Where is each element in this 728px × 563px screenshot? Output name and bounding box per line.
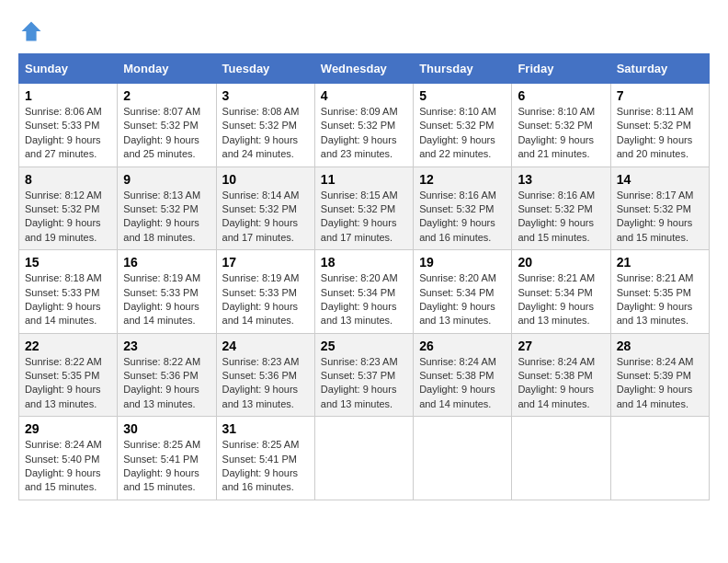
day-number: 12 [419,172,506,187]
day-number: 23 [123,339,210,353]
day-number: 26 [419,339,506,353]
daylight-label: Daylight: 9 hours and 21 minutes. [518,134,594,159]
calendar-week-row: 15 Sunrise: 8:18 AM Sunset: 5:33 PM Dayl… [19,250,710,334]
day-info: Sunrise: 8:24 AM Sunset: 5:38 PM Dayligh… [419,355,506,412]
day-info: Sunrise: 8:16 AM Sunset: 5:32 PM Dayligh… [419,189,506,246]
day-number: 15 [25,255,111,270]
day-number: 9 [123,172,210,187]
calendar-week-row: 1 Sunrise: 8:06 AM Sunset: 5:33 PM Dayli… [19,84,710,167]
daylight-label: Daylight: 9 hours and 13 minutes. [222,384,299,408]
calendar-cell: 28 Sunrise: 8:24 AM Sunset: 5:39 PM Dayl… [610,333,709,417]
sunset-label: Sunset: 5:37 PM [321,370,395,381]
sunset-label: Sunset: 5:41 PM [123,454,198,465]
sunset-label: Sunset: 5:32 PM [321,120,395,131]
sunrise-label: Sunrise: 8:06 AM [25,106,102,117]
sunrise-label: Sunrise: 8:15 AM [321,190,398,201]
day-info: Sunrise: 8:24 AM Sunset: 5:38 PM Dayligh… [518,355,604,412]
day-info: Sunrise: 8:18 AM Sunset: 5:33 PM Dayligh… [25,271,111,328]
sunset-label: Sunset: 5:39 PM [617,370,691,381]
day-info: Sunrise: 8:24 AM Sunset: 5:40 PM Dayligh… [25,438,111,495]
sunrise-label: Sunrise: 8:12 AM [25,190,102,201]
day-number: 4 [321,88,407,103]
sunset-label: Sunset: 5:32 PM [123,203,198,214]
daylight-label: Daylight: 9 hours and 13 minutes. [123,384,199,408]
daylight-label: Daylight: 9 hours and 15 minutes. [123,467,199,492]
calendar-cell: 10 Sunrise: 8:14 AM Sunset: 5:32 PM Dayl… [216,167,314,250]
calendar-cell: 25 Sunrise: 8:23 AM Sunset: 5:37 PM Dayl… [314,333,413,417]
calendar-cell [414,417,512,500]
daylight-label: Daylight: 9 hours and 13 minutes. [617,301,693,326]
sunrise-label: Sunrise: 8:09 AM [321,106,398,117]
calendar-cell: 15 Sunrise: 8:18 AM Sunset: 5:33 PM Dayl… [19,250,118,334]
weekday-header: Tuesday [216,54,314,84]
sunrise-label: Sunrise: 8:25 AM [123,439,200,450]
day-number: 28 [617,339,703,353]
calendar-cell [512,417,610,500]
sunset-label: Sunset: 5:35 PM [617,287,691,298]
svg-marker-0 [22,22,41,41]
sunset-label: Sunset: 5:33 PM [25,120,99,131]
day-info: Sunrise: 8:12 AM Sunset: 5:32 PM Dayligh… [25,189,111,246]
weekday-header: Sunday [19,54,118,84]
weekday-header: Wednesday [314,54,413,84]
day-number: 3 [222,88,309,103]
day-number: 31 [222,421,309,436]
sunrise-label: Sunrise: 8:21 AM [617,272,694,283]
sunset-label: Sunset: 5:34 PM [518,287,592,298]
logo [18,18,48,44]
sunrise-label: Sunrise: 8:14 AM [222,190,300,201]
daylight-label: Daylight: 9 hours and 18 minutes. [123,217,199,242]
sunset-label: Sunset: 5:36 PM [222,370,297,381]
daylight-label: Daylight: 9 hours and 14 minutes. [617,384,693,408]
day-info: Sunrise: 8:23 AM Sunset: 5:37 PM Dayligh… [321,355,407,412]
day-info: Sunrise: 8:06 AM Sunset: 5:33 PM Dayligh… [25,105,111,162]
day-info: Sunrise: 8:20 AM Sunset: 5:34 PM Dayligh… [419,271,506,328]
sunrise-label: Sunrise: 8:22 AM [25,356,102,367]
day-number: 17 [222,255,309,270]
calendar-cell: 2 Sunrise: 8:07 AM Sunset: 5:32 PM Dayli… [118,84,216,167]
day-info: Sunrise: 8:25 AM Sunset: 5:41 PM Dayligh… [123,438,210,495]
calendar-cell [314,417,413,500]
day-info: Sunrise: 8:14 AM Sunset: 5:32 PM Dayligh… [222,189,309,246]
page-header [18,18,710,44]
day-number: 7 [617,88,703,103]
sunrise-label: Sunrise: 8:18 AM [25,272,102,283]
sunset-label: Sunset: 5:32 PM [617,120,691,131]
calendar-header-row: SundayMondayTuesdayWednesdayThursdayFrid… [19,54,710,84]
sunset-label: Sunset: 5:32 PM [518,203,592,214]
calendar-cell: 22 Sunrise: 8:22 AM Sunset: 5:35 PM Dayl… [19,333,118,417]
sunrise-label: Sunrise: 8:19 AM [123,272,200,283]
daylight-label: Daylight: 9 hours and 13 minutes. [321,384,397,408]
day-info: Sunrise: 8:07 AM Sunset: 5:32 PM Dayligh… [123,105,210,162]
calendar-cell: 27 Sunrise: 8:24 AM Sunset: 5:38 PM Dayl… [512,333,610,417]
sunset-label: Sunset: 5:40 PM [25,454,99,465]
calendar-cell: 30 Sunrise: 8:25 AM Sunset: 5:41 PM Dayl… [118,417,216,500]
day-info: Sunrise: 8:08 AM Sunset: 5:32 PM Dayligh… [222,105,309,162]
daylight-label: Daylight: 9 hours and 24 minutes. [222,134,299,159]
calendar-cell: 6 Sunrise: 8:10 AM Sunset: 5:32 PM Dayli… [512,84,610,167]
sunrise-label: Sunrise: 8:24 AM [617,356,694,367]
sunrise-label: Sunrise: 8:20 AM [419,272,496,283]
daylight-label: Daylight: 9 hours and 15 minutes. [25,467,101,492]
day-number: 21 [617,255,703,270]
sunrise-label: Sunrise: 8:24 AM [419,356,496,367]
sunrise-label: Sunrise: 8:20 AM [321,272,398,283]
sunrise-label: Sunrise: 8:19 AM [222,272,300,283]
sunrise-label: Sunrise: 8:25 AM [222,439,300,450]
weekday-header: Saturday [610,54,709,84]
day-number: 25 [321,339,407,353]
sunrise-label: Sunrise: 8:10 AM [419,106,496,117]
sunset-label: Sunset: 5:35 PM [25,370,99,381]
calendar-cell: 19 Sunrise: 8:20 AM Sunset: 5:34 PM Dayl… [414,250,512,334]
daylight-label: Daylight: 9 hours and 19 minutes. [25,217,101,242]
sunset-label: Sunset: 5:36 PM [123,370,198,381]
day-info: Sunrise: 8:13 AM Sunset: 5:32 PM Dayligh… [123,189,210,246]
sunset-label: Sunset: 5:33 PM [123,287,198,298]
sunset-label: Sunset: 5:38 PM [518,370,592,381]
sunset-label: Sunset: 5:41 PM [222,454,297,465]
calendar-cell: 17 Sunrise: 8:19 AM Sunset: 5:33 PM Dayl… [216,250,314,334]
calendar: SundayMondayTuesdayWednesdayThursdayFrid… [18,53,710,500]
calendar-cell: 12 Sunrise: 8:16 AM Sunset: 5:32 PM Dayl… [414,167,512,250]
day-number: 18 [321,255,407,270]
day-info: Sunrise: 8:09 AM Sunset: 5:32 PM Dayligh… [321,105,407,162]
